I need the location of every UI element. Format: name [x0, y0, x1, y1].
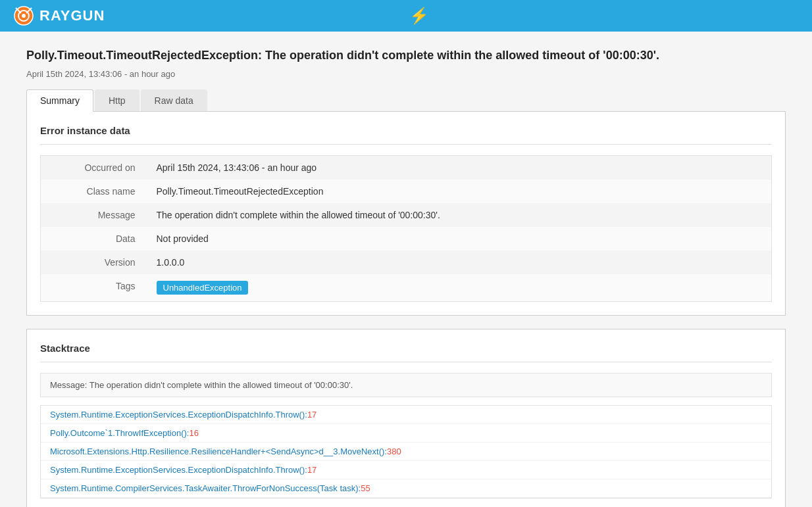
summary-panel: Error instance data Occurred on April 15…: [26, 112, 786, 316]
frame-text: System.Runtime.ExceptionServices.Excepti…: [50, 410, 307, 420]
error-title: Polly.Timeout.TimeoutRejectedException: …: [26, 47, 786, 64]
field-value: Polly.Timeout.TimeoutRejectedException: [146, 180, 772, 203]
stack-frame[interactable]: Microsoft.Extensions.Http.Resilience.Res…: [41, 443, 771, 461]
line-number: 380: [387, 447, 401, 456]
field-value: The operation didn't complete within the…: [146, 203, 772, 227]
tab-summary[interactable]: Summary: [26, 89, 93, 112]
svg-point-2: [22, 14, 26, 18]
tab-raw-data[interactable]: Raw data: [141, 89, 207, 111]
frame-text: System.Runtime.CompilerServices.TaskAwai…: [50, 483, 361, 493]
field-label: Class name: [41, 180, 146, 203]
tab-bar: Summary Http Raw data: [26, 89, 786, 112]
line-number: 17: [307, 465, 317, 475]
stacktrace-frames: System.Runtime.ExceptionServices.Excepti…: [40, 405, 772, 498]
stack-frame[interactable]: System.Runtime.CompilerServices.TaskAwai…: [41, 479, 771, 498]
raygun-logo-icon: [13, 5, 34, 26]
field-value: April 15th 2024, 13:43:06 - an hour ago: [146, 156, 772, 180]
table-row: Tags UnhandledException: [41, 274, 772, 302]
stacktrace-title: Stacktrace: [40, 343, 772, 354]
tags-cell: UnhandledException: [146, 274, 772, 302]
field-label: Tags: [41, 274, 146, 302]
table-row: Version 1.0.0.0: [41, 251, 772, 274]
field-label: Data: [41, 227, 146, 251]
stack-frame[interactable]: System.Runtime.ExceptionServices.Excepti…: [41, 461, 771, 479]
main-content: Polly.Timeout.TimeoutRejectedException: …: [0, 32, 812, 507]
field-label: Version: [41, 251, 146, 274]
line-number: 17: [307, 410, 317, 420]
line-number: 16: [189, 428, 198, 438]
tag-badge[interactable]: UnhandledException: [157, 281, 249, 295]
frame-text: Microsoft.Extensions.Http.Resilience.Res…: [50, 447, 387, 456]
logo[interactable]: RAYGUN: [13, 5, 105, 26]
error-timestamp: April 15th 2024, 13:43:06 - an hour ago: [26, 69, 786, 79]
frame-text: System.Runtime.ExceptionServices.Excepti…: [50, 465, 307, 475]
notification-icon[interactable]: ⚡: [409, 7, 429, 25]
table-row: Data Not provided: [41, 227, 772, 251]
tab-http[interactable]: Http: [95, 89, 140, 111]
field-label: Message: [41, 203, 146, 227]
stack-frame[interactable]: System.Runtime.ExceptionServices.Excepti…: [41, 406, 771, 424]
frame-text: Polly.Outcome`1.ThrowIfException():: [50, 428, 189, 438]
table-row: Message The operation didn't complete wi…: [41, 203, 772, 227]
field-value: Not provided: [146, 227, 772, 251]
stack-frame[interactable]: Polly.Outcome`1.ThrowIfException():16: [41, 424, 771, 443]
stacktrace-divider: [40, 362, 772, 362]
divider: [40, 144, 772, 145]
table-row: Class name Polly.Timeout.TimeoutRejected…: [41, 180, 772, 203]
stacktrace-message: Message: The operation didn't complete w…: [40, 373, 772, 397]
error-instance-title: Error instance data: [40, 125, 772, 136]
table-row: Occurred on April 15th 2024, 13:43:06 - …: [41, 156, 772, 180]
stacktrace-section: Stacktrace Message: The operation didn't…: [26, 329, 786, 507]
app-header: RAYGUN ⚡: [0, 0, 812, 32]
logo-text: RAYGUN: [39, 7, 105, 24]
field-label: Occurred on: [41, 156, 146, 180]
line-number: 55: [361, 483, 370, 493]
error-instance-table: Occurred on April 15th 2024, 13:43:06 - …: [40, 155, 772, 302]
field-value: 1.0.0.0: [146, 251, 772, 274]
